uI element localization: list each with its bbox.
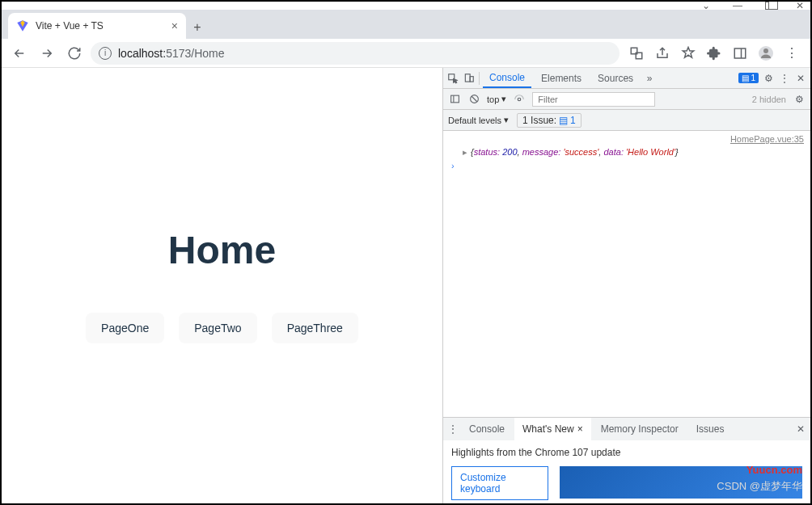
clear-console-icon[interactable]: [467, 93, 480, 106]
minimize-button[interactable]: —: [733, 0, 742, 11]
svg-rect-7: [470, 76, 473, 81]
devtools-close-icon[interactable]: ✕: [794, 72, 807, 85]
devtools-settings-icon[interactable]: ⚙: [762, 72, 775, 85]
console-object: {status: 200, message: 'success', data: …: [471, 147, 679, 158]
toolbar-icons: ⋮: [624, 46, 804, 61]
address-bar: i localhost:5173/Home ⋮: [2, 39, 810, 68]
extensions-icon[interactable]: [707, 46, 721, 61]
console-source-link[interactable]: HomePage.vue:35: [443, 133, 810, 145]
browser-menu-icon[interactable]: ⋮: [785, 46, 799, 61]
svg-rect-2: [734, 48, 746, 58]
console-prompt[interactable]: ›: [443, 159, 810, 172]
devtools-tab-sources[interactable]: Sources: [591, 68, 640, 88]
drawer-menu-icon[interactable]: ⋮: [446, 423, 459, 436]
svg-rect-8: [450, 95, 459, 103]
svg-line-11: [472, 96, 477, 102]
main-area: Home PageOne PageTwo PageThree Console E…: [2, 68, 810, 503]
tab-title: Vite + Vue + TS: [36, 20, 104, 32]
console-toolbar: top ▾ 2 hidden ⚙: [443, 89, 810, 110]
close-window-button[interactable]: ✕: [796, 0, 804, 11]
hidden-count[interactable]: 2 hidden: [752, 95, 786, 104]
console-sidebar-icon[interactable]: [448, 93, 461, 106]
issue-pill[interactable]: 1 Issue: ▤ 1: [517, 113, 582, 128]
svg-rect-6: [465, 74, 470, 81]
watermark-csdn: CSDN @虚梦年华: [717, 479, 802, 494]
inspect-element-icon[interactable]: [446, 72, 459, 85]
watermark-yuucn: Yuucn.com: [746, 464, 802, 476]
url-path: 5173/Home: [166, 47, 224, 60]
bookmark-icon[interactable]: [681, 46, 696, 61]
url-host: localhost:: [118, 47, 166, 60]
translate-icon[interactable]: [629, 46, 644, 61]
console-log-line[interactable]: ▸ {status: 200, message: 'success', data…: [443, 145, 810, 159]
console-output: HomePage.vue:35 ▸ {status: 200, message:…: [443, 131, 810, 417]
page-nav: PageOne PageTwo PageThree: [86, 313, 358, 343]
devtools-menu-icon[interactable]: ⋮: [778, 72, 791, 85]
whatsnew-card-customize[interactable]: Customize keyboard: [451, 466, 548, 500]
drawer-tab-bar: ⋮ Console What's New × Memory Inspector …: [443, 418, 810, 440]
nav-pagetwo-button[interactable]: PageTwo: [179, 313, 256, 343]
new-tab-button[interactable]: +: [186, 16, 209, 39]
share-icon[interactable]: [655, 46, 670, 61]
page-heading: Home: [168, 228, 276, 272]
browser-tab-bar: Vite + Vue + TS × +: [2, 10, 810, 39]
rendered-page: Home PageOne PageTwo PageThree: [2, 68, 442, 503]
devtools-tab-console[interactable]: Console: [483, 68, 531, 88]
live-expression-icon[interactable]: [513, 93, 526, 106]
back-button[interactable]: [8, 42, 31, 65]
expand-object-icon[interactable]: ▸: [463, 147, 467, 158]
forward-button[interactable]: [36, 42, 58, 65]
whatsnew-heading: Highlights from the Chrome 107 update: [451, 447, 802, 458]
devtools-tab-bar: Console Elements Sources » ▤ 1 ⚙ ⋮ ✕: [443, 68, 810, 89]
devtools-panel: Console Elements Sources » ▤ 1 ⚙ ⋮ ✕ top…: [442, 68, 810, 503]
close-whatsnew-icon[interactable]: ×: [577, 423, 583, 435]
more-tabs-icon[interactable]: »: [643, 72, 656, 85]
svg-point-12: [518, 98, 522, 101]
reload-button[interactable]: [63, 42, 86, 65]
nav-pagethree-button[interactable]: PageThree: [272, 313, 358, 343]
site-info-icon[interactable]: i: [99, 47, 112, 60]
console-toolbar-2: Default levels ▾ 1 Issue: ▤ 1: [443, 110, 810, 131]
side-panel-icon[interactable]: [733, 46, 747, 61]
console-filter-input[interactable]: [532, 92, 655, 107]
close-tab-button[interactable]: ×: [171, 19, 178, 32]
drawer-tab-whatsnew[interactable]: What's New ×: [514, 418, 591, 440]
profile-avatar[interactable]: [759, 46, 773, 61]
drawer-tab-issues[interactable]: Issues: [688, 418, 733, 440]
drawer-close-icon[interactable]: ✕: [794, 423, 807, 436]
drawer-tab-console[interactable]: Console: [461, 418, 513, 440]
nav-pageone-button[interactable]: PageOne: [86, 313, 164, 343]
vite-favicon-icon: [16, 19, 29, 32]
device-toggle-icon[interactable]: [463, 72, 476, 85]
devtools-tab-elements[interactable]: Elements: [535, 68, 588, 88]
url-input[interactable]: i localhost:5173/Home: [91, 42, 620, 65]
restore-button[interactable]: [765, 2, 773, 10]
drawer-tab-memory[interactable]: Memory Inspector: [593, 418, 687, 440]
browser-tab[interactable]: Vite + Vue + TS ×: [8, 13, 186, 39]
log-levels-selector[interactable]: Default levels ▾: [448, 115, 509, 125]
window-chevron-icon[interactable]: ⌄: [702, 0, 710, 11]
window-controls: ⌄ — ✕: [2, 2, 810, 10]
context-selector[interactable]: top ▾: [487, 94, 506, 104]
svg-point-4: [763, 48, 768, 53]
console-settings-icon[interactable]: ⚙: [793, 93, 806, 106]
issues-badge[interactable]: ▤ 1: [738, 73, 759, 83]
